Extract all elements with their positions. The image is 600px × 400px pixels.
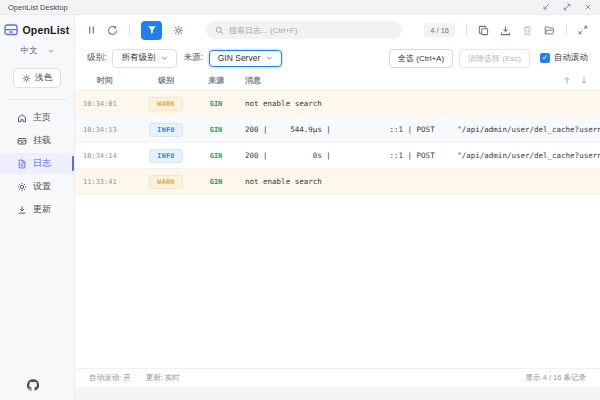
level-filter-label: 级别:	[87, 52, 106, 64]
filter-funnel-icon	[147, 25, 157, 35]
sidebar-divider	[8, 99, 67, 100]
log-row[interactable]: 10:34:13 INFO GIN 200 | 544.9µs | ::1 | …	[75, 117, 600, 143]
main-content: 4 / 16 级别: 所有级别	[75, 15, 600, 400]
update-icon	[17, 205, 27, 215]
settings-icon[interactable]	[173, 25, 184, 36]
toolbar-divider	[466, 24, 467, 36]
chevron-down-icon	[266, 56, 273, 60]
app-window: OpenList 中文 浅色 主页	[0, 15, 600, 400]
log-level-cell: INFO	[139, 149, 193, 163]
column-header-message: 消息	[239, 75, 563, 86]
sidebar-item-label: 设置	[33, 180, 51, 193]
minimize-icon[interactable]	[542, 3, 550, 11]
github-icon[interactable]	[27, 379, 39, 391]
autoscroll-checkbox-row[interactable]: 自动滚动	[540, 52, 588, 64]
folder-open-icon[interactable]	[544, 25, 555, 36]
column-header-level: 级别	[139, 75, 193, 86]
log-level-badge: WARN	[149, 175, 182, 189]
log-time: 10:34:14	[75, 152, 139, 160]
expand-icon[interactable]	[578, 25, 588, 35]
log-source: GIN	[193, 178, 239, 186]
sidebar-item-label: 主页	[33, 111, 51, 124]
sidebar: OpenList 中文 浅色 主页	[0, 15, 75, 400]
sidebar-item-label: 更新	[33, 203, 51, 216]
log-message: 200 | 0s | ::1 | POST "/api/admin/user/d…	[239, 151, 600, 160]
content-spacer	[75, 195, 600, 368]
home-icon	[17, 113, 27, 123]
level-select-value: 所有级别	[121, 52, 155, 64]
sidebar-item-label: 挂载	[33, 134, 51, 147]
status-autoscroll: 自动滚动: 开	[89, 373, 131, 383]
log-source: GIN	[193, 100, 239, 108]
app-logo-text: OpenList	[22, 24, 69, 36]
status-record-count: 显示 4 / 16 条记录	[526, 373, 586, 383]
sidebar-item-logs[interactable]: 日志	[0, 153, 74, 174]
window-titlebar: OpenList Desktop	[0, 0, 600, 15]
source-select[interactable]: GIN Server	[209, 50, 283, 67]
log-table-header: 时间 级别 来源 消息	[75, 71, 600, 91]
search-input[interactable]	[229, 26, 393, 35]
scroll-to-top-icon[interactable]	[563, 76, 571, 85]
sidebar-item-label: 日志	[33, 157, 51, 170]
language-selector[interactable]: 中文	[21, 45, 54, 57]
filter-bar: 级别: 所有级别 来源: GIN Server 全选 (Ctrl+A) 清除选择…	[75, 45, 600, 71]
log-time: 10:34:01	[75, 100, 139, 108]
search-wrap	[195, 21, 413, 39]
sidebar-item-home[interactable]: 主页	[0, 107, 74, 128]
log-message: not enable search	[239, 99, 600, 108]
log-level-badge: WARN	[149, 97, 182, 111]
window-title: OpenList Desktop	[8, 3, 68, 12]
log-level-cell: WARN	[139, 97, 193, 111]
log-counter-badge: 4 / 16	[424, 23, 455, 37]
pause-icon[interactable]	[87, 25, 96, 35]
filter-button[interactable]	[141, 21, 162, 40]
toolbar-divider	[566, 24, 567, 36]
log-message: 200 | 544.9µs | ::1 | POST "/api/admin/u…	[239, 125, 600, 134]
log-level-cell: INFO	[139, 123, 193, 137]
document-icon	[17, 159, 27, 169]
sidebar-item-update[interactable]: 更新	[0, 199, 74, 220]
maximize-icon[interactable]	[563, 3, 571, 11]
mount-icon	[17, 136, 27, 146]
search-box[interactable]	[206, 21, 402, 39]
app-logo[interactable]: OpenList	[4, 23, 69, 36]
autoscroll-checkbox[interactable]	[540, 53, 550, 63]
copy-icon[interactable]	[478, 25, 489, 36]
log-level-cell: WARN	[139, 175, 193, 189]
log-time: 10:34:13	[75, 126, 139, 134]
clear-selection-button[interactable]: 清除选择 (Esc)	[459, 49, 530, 68]
chevron-down-icon	[161, 56, 168, 60]
column-header-source: 来源	[193, 75, 239, 86]
log-time: 11:33:41	[75, 178, 139, 186]
bottom-strip	[75, 387, 600, 400]
window-controls	[542, 3, 592, 11]
close-icon[interactable]	[584, 3, 592, 11]
log-row[interactable]: 11:33:41 WARN GIN not enable search	[75, 169, 600, 195]
log-row[interactable]: 10:34:14 INFO GIN 200 | 0s | ::1 | POST …	[75, 143, 600, 169]
sidebar-nav: 主页 挂载 日志 设置	[0, 107, 74, 220]
sun-icon	[22, 74, 31, 83]
log-level-badge: INFO	[149, 123, 182, 137]
trash-icon[interactable]	[522, 25, 533, 36]
source-filter-label: 来源:	[183, 52, 202, 64]
sidebar-item-mount[interactable]: 挂载	[0, 130, 74, 151]
refresh-icon[interactable]	[107, 25, 118, 36]
log-message: not enable search	[239, 177, 600, 186]
language-value: 中文	[21, 45, 38, 57]
status-update-mode: 更新: 实时	[146, 373, 180, 383]
openlist-logo-icon	[4, 23, 18, 36]
download-icon[interactable]	[500, 25, 511, 36]
scroll-controls	[563, 76, 588, 85]
chevron-down-icon	[48, 49, 54, 53]
log-toolbar: 4 / 16	[75, 15, 600, 45]
log-level-badge: INFO	[149, 149, 182, 163]
status-bar: 自动滚动: 开 更新: 实时 显示 4 / 16 条记录	[75, 368, 600, 387]
sidebar-item-settings[interactable]: 设置	[0, 176, 74, 197]
level-select[interactable]: 所有级别	[112, 49, 177, 68]
scroll-to-bottom-icon[interactable]	[580, 76, 588, 85]
theme-toggle-button[interactable]: 浅色	[13, 68, 61, 88]
column-header-time: 时间	[75, 75, 139, 86]
theme-toggle-label: 浅色	[35, 72, 52, 84]
log-row[interactable]: 10:34:01 WARN GIN not enable search	[75, 91, 600, 117]
select-all-button[interactable]: 全选 (Ctrl+A)	[389, 49, 453, 68]
